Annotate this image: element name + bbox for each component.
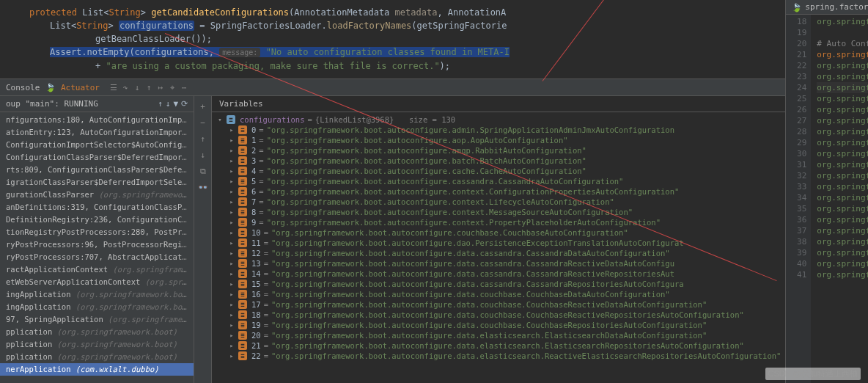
var-item[interactable]: ▸≡15 = "org.springframework.boot.autocon… (212, 279, 785, 289)
stack-frame[interactable]: igrationClassParser$DeferredImportSelect… (0, 176, 194, 189)
variables-panel: Variables ▾ ≡ configurations = {LinkedLi… (212, 96, 785, 383)
frame-list[interactable]: nfigurations:180, AutoConfigurationImpor… (0, 112, 194, 383)
stack-frame[interactable]: ryPostProcessors:707, AbstractApplicatio… (0, 251, 194, 263)
copy-icon[interactable]: ⧉ (197, 165, 209, 177)
console-tab[interactable]: Console (6, 83, 40, 92)
frames-panel: oup "main": RUNNING ↑ ↓ ▼ ⟳ nfigurations… (0, 96, 194, 383)
var-item[interactable]: ▸≡11 = "org.springframework.boot.autocon… (212, 238, 785, 248)
thread-group[interactable]: oup "main": RUNNING (6, 99, 98, 109)
var-item[interactable]: ▸≡8 = "org.springframework.boot.autoconf… (212, 207, 785, 217)
code-editor[interactable]: protected List<String> getCandidateConfi… (0, 0, 785, 79)
var-item[interactable]: ▸≡13 = "org.springframework.boot.autocon… (212, 258, 785, 269)
var-item[interactable]: ▸≡0 = "org.springframework.boot.autoconf… (212, 125, 785, 135)
watermark: CSDN @伏加特遇上西柚 (765, 368, 861, 380)
stack-frame[interactable]: rts:809, ConfigurationClassParser$Deferr… (0, 164, 194, 176)
leaf-icon: 🍃 (792, 3, 801, 12)
var-item[interactable]: ▸≡9 = "org.springframework.boot.autoconf… (212, 217, 785, 227)
var-item[interactable]: ▸≡6 = "org.springframework.boot.autoconf… (212, 186, 785, 197)
stack-frame[interactable]: DefinitionRegistry:236, ConfigurationCla… (0, 214, 194, 226)
stack-frame[interactable]: ingApplication (org.springframework.boot… (0, 288, 194, 301)
stack-frame[interactable]: nfigurations:180, AutoConfigurationImpor… (0, 114, 194, 126)
spring-factories-editor[interactable]: 1819202122232425262728293031323334353637… (786, 15, 868, 383)
step-into-icon[interactable]: ↓ (132, 82, 142, 92)
kw-string: String (108, 7, 140, 18)
line-gutter: 1819202122232425262728293031323334353637… (786, 15, 811, 383)
var-item[interactable]: ▸≡16 = "org.springframework.boot.autocon… (212, 289, 785, 299)
param-hint: message: (219, 48, 260, 57)
stack-frame[interactable]: ConfigurationClassParser$DeferredImportS… (0, 151, 194, 164)
var-item[interactable]: ▸≡3 = "org.springframework.boot.autoconf… (212, 156, 785, 166)
kw-list: List (82, 7, 103, 18)
var-item[interactable]: ▸≡1 = "org.springframework.boot.autoconf… (212, 135, 785, 145)
var-item[interactable]: ▸≡4 = "org.springframework.boot.autoconf… (212, 166, 785, 176)
stack-frame[interactable]: etWebServerApplicationContext (org.sprin… (0, 276, 194, 288)
stack-frame[interactable]: ConfigurationImportSelector$AutoConfigur… (0, 139, 194, 151)
method-name: getCandidateConfigurations (151, 7, 289, 18)
stack-frame[interactable]: pplication (org.springframework.boot) (0, 326, 194, 338)
var-item[interactable]: ▸≡12 = "org.springframework.boot.autocon… (212, 248, 785, 258)
stack-frame[interactable]: tionRegistryPostProcessors:280, PostProc… (0, 226, 194, 238)
collapse-icon[interactable]: ▾ (216, 114, 224, 125)
variables-header: Variables (212, 96, 785, 112)
stack-frame[interactable]: ationEntry:123, AutoConfigurationImportS… (0, 126, 194, 139)
stack-frame[interactable]: ryPostProcessors:96, PostProcessorRegist… (0, 238, 194, 251)
var-item[interactable]: ▸≡21 = "org.springframework.boot.autocon… (212, 340, 785, 351)
stack-frame[interactable]: pplication (org.springframework.boot) (0, 351, 194, 363)
layout-icon[interactable]: ☰ (108, 82, 119, 92)
step-over-icon[interactable]: ↷ (120, 82, 130, 92)
var-item[interactable]: ▸≡19 = "org.springframework.boot.autocon… (212, 320, 785, 330)
stack-frame[interactable]: nerApplication (com.wxlalt.dubbo) (0, 363, 194, 376)
var-item[interactable]: ▸≡18 = "org.springframework.boot.autocon… (212, 310, 785, 320)
var-item[interactable]: ▸≡20 = "org.springframework.boot.autocon… (212, 330, 785, 340)
var-item[interactable]: ▸≡17 = "org.springframework.boot.autocon… (212, 299, 785, 310)
stack-frame[interactable]: ingApplication (org.springframework.boot… (0, 301, 194, 313)
var-item[interactable]: ▸≡22 = "org.springframework.boot.autocon… (212, 351, 785, 361)
up-icon[interactable]: ↑ (197, 133, 209, 145)
run-cursor-icon[interactable]: ↦ (155, 82, 166, 92)
evaluate-icon[interactable]: ⌖ (167, 82, 177, 92)
var-item[interactable]: ▸≡2 = "org.springframework.boot.autoconf… (212, 145, 785, 156)
add-watch-icon[interactable]: + (197, 101, 209, 112)
var-item[interactable]: ▸≡7 = "org.springframework.boot.autoconf… (212, 197, 785, 207)
stack-frame[interactable]: gurationClassParser (org.springframework… (0, 189, 194, 201)
stack-frame[interactable]: anDefinitions:319, ConfigurationClassPos… (0, 201, 194, 214)
glasses-icon[interactable]: 👓 (197, 181, 209, 193)
var-item[interactable]: ▸≡10 = "org.springframework.boot.autocon… (212, 227, 785, 238)
more-icon[interactable]: ⋯ (179, 82, 189, 92)
kw-protected: protected (29, 7, 77, 18)
remove-watch-icon[interactable]: − (197, 117, 209, 128)
filter-icon[interactable]: ▼ (173, 99, 178, 109)
debug-toolbar: Console 🍃 Actuator ☰ ↷ ↓ ↑ ↦ ⌖ ⋯ (0, 79, 785, 96)
stack-frame[interactable]: 97, SpringApplication (org.springframewo… (0, 313, 194, 326)
spring-factories-code: org.springframework.boot.autoconfigure.c… (811, 15, 868, 383)
var-configurations: configurations (119, 21, 194, 31)
prev-frame-icon[interactable]: ↑ (158, 99, 163, 109)
var-root-row[interactable]: ▾ ≡ configurations = {LinkedList@3968} s… (212, 114, 785, 125)
var-item[interactable]: ▸≡5 = "org.springframework.boot.autoconf… (212, 176, 785, 186)
var-item[interactable]: ▸≡14 = "org.springframework.boot.autocon… (212, 269, 785, 279)
debug-side-toolbar: + − ↑ ↓ ⧉ 👓 (194, 96, 212, 383)
actuator-tab[interactable]: 🍃 Actuator (45, 83, 100, 92)
stack-frame[interactable]: pplication (org.springframework.boot) (0, 338, 194, 351)
step-out-icon[interactable]: ↑ (144, 82, 154, 92)
spring-factories-tab[interactable]: 🍃 spring.factories (786, 0, 868, 15)
stack-frame[interactable]: ractApplicationContext (org.springframew… (0, 263, 194, 276)
settings-icon[interactable]: ⟳ (181, 99, 188, 109)
next-frame-icon[interactable]: ↓ (166, 99, 171, 109)
down-icon[interactable]: ↓ (197, 149, 209, 161)
